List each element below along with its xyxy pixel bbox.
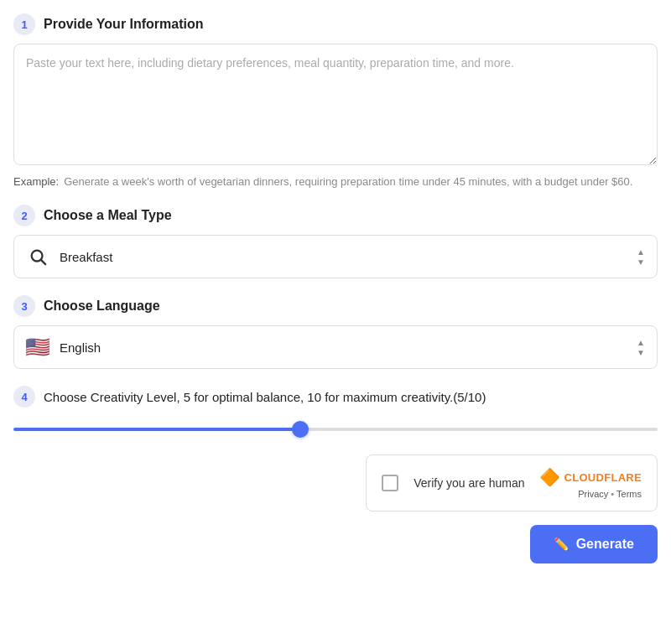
step-1-section: 1 Provide Your Information Example: Gene…	[13, 13, 658, 188]
step-2-section: 2 Choose a Meal Type Breakfast ▲▼	[13, 205, 658, 278]
example-label: Example:	[13, 175, 59, 188]
generate-button[interactable]: ✏️ Generate	[530, 525, 658, 564]
step-1-number: 1	[13, 13, 35, 35]
creativity-slider[interactable]	[13, 428, 658, 431]
svg-line-1	[41, 260, 45, 264]
cloudflare-brand: 🔶 CLOUDFLARE Privacy • Terms	[539, 467, 642, 499]
meal-type-chevron-icon: ▲▼	[637, 247, 645, 267]
language-chevron-icon: ▲▼	[637, 338, 645, 357]
meal-type-icon	[26, 245, 49, 268]
privacy-link[interactable]: Privacy	[578, 489, 608, 499]
flag-emoji: 🇺🇸	[25, 337, 50, 357]
language-select[interactable]: 🇺🇸 English ▲▼	[13, 325, 658, 369]
creativity-slider-container	[13, 419, 658, 434]
step-4-section: 4 Choose Creativity Level, 5 for optimal…	[13, 386, 658, 434]
step-1-title: Provide Your Information	[44, 17, 204, 32]
step-4-number: 4	[13, 386, 35, 408]
language-flag-icon: 🇺🇸	[26, 335, 49, 359]
meal-type-select[interactable]: Breakfast ▲▼	[13, 235, 658, 278]
cf-link-separator: •	[608, 489, 616, 499]
step-2-title: Choose a Meal Type	[44, 208, 172, 223]
step-3-title: Choose Language	[44, 299, 160, 314]
human-verification-checkbox[interactable]	[382, 475, 398, 491]
step-4-title: Choose Creativity Level, 5 for optimal b…	[44, 390, 486, 404]
step-3-number: 3	[13, 295, 35, 317]
cloudflare-box: Verify you are human 🔶 CLOUDFLARE Privac…	[366, 454, 658, 512]
cloudflare-brand-name: CLOUDFLARE	[564, 471, 642, 484]
step-3-section: 3 Choose Language 🇺🇸 English ▲▼	[13, 295, 658, 369]
example-content: Generate a week's worth of vegetarian di…	[64, 175, 632, 188]
step-4-header: 4 Choose Creativity Level, 5 for optimal…	[13, 386, 658, 408]
generate-button-label: Generate	[576, 537, 634, 552]
example-row: Example: Generate a week's worth of vege…	[13, 175, 658, 188]
step-1-header: 1 Provide Your Information	[13, 13, 658, 35]
meal-type-value: Breakfast	[60, 250, 637, 264]
cloudflare-links: Privacy • Terms	[578, 489, 642, 499]
step-3-header: 3 Choose Language	[13, 295, 658, 317]
language-value: English	[60, 340, 637, 355]
cloudflare-logo: 🔶 CLOUDFLARE	[539, 467, 642, 487]
step-2-number: 2	[13, 205, 35, 226]
verify-human-label: Verify you are human	[414, 476, 524, 490]
cloudflare-logo-icon: 🔶	[539, 467, 560, 487]
information-textarea[interactable]	[13, 44, 658, 165]
generate-edit-icon: ✏️	[554, 537, 570, 552]
step-2-header: 2 Choose a Meal Type	[13, 205, 658, 226]
cloudflare-widget: Verify you are human 🔶 CLOUDFLARE Privac…	[13, 454, 658, 512]
terms-link[interactable]: Terms	[616, 489, 642, 499]
bottom-bar: ✏️ Generate	[13, 525, 658, 564]
